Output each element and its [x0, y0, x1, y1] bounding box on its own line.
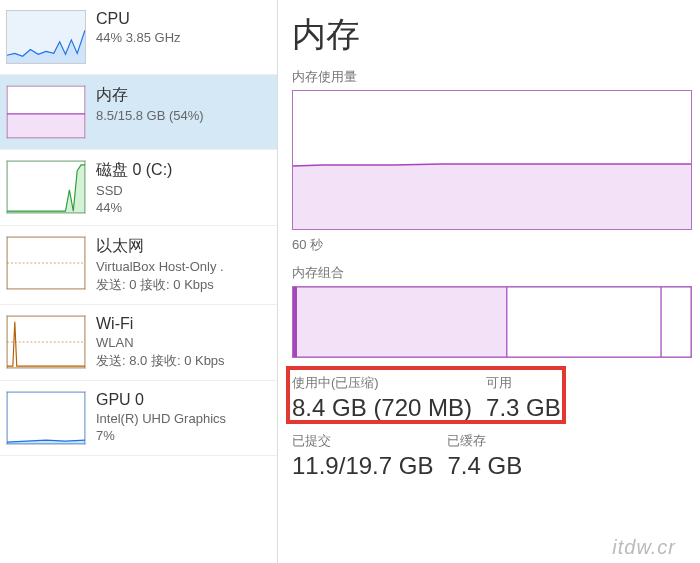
- sidebar-item-ethernet[interactable]: 以太网 VirtualBox Host-Only . 发送: 0 接收: 0 K…: [0, 226, 277, 305]
- stat-in-use-label: 使用中(已压缩): [292, 374, 472, 392]
- sidebar-item-sub2: 7%: [96, 428, 226, 443]
- gpu-thumb-icon: [6, 391, 86, 445]
- sidebar: CPU 44% 3.85 GHz 内存 8.5/15.8 GB (54%) 磁盘…: [0, 0, 278, 563]
- sidebar-item-wifi[interactable]: Wi-Fi WLAN 发送: 8.0 接收: 0 Kbps: [0, 305, 277, 381]
- sidebar-item-cpu[interactable]: CPU 44% 3.85 GHz: [0, 0, 277, 75]
- sidebar-item-title: 内存: [96, 85, 204, 106]
- svg-rect-17: [293, 287, 507, 357]
- sidebar-item-title: CPU: [96, 10, 181, 28]
- sidebar-item-sub: WLAN: [96, 335, 225, 350]
- svg-rect-18: [507, 287, 661, 357]
- stats-grid: 使用中(已压缩) 8.4 GB (720 MB) 可用 7.3 GB 速 已 外…: [292, 374, 700, 422]
- cpu-thumb-icon: [6, 10, 86, 64]
- sidebar-item-sub: 44% 3.85 GHz: [96, 30, 181, 45]
- memory-usage-chart: [292, 90, 692, 230]
- stat-committed-label: 已提交: [292, 432, 433, 450]
- stat-available-label: 可用: [486, 374, 561, 392]
- sidebar-item-sub: Intel(R) UHD Graphics: [96, 411, 226, 426]
- task-manager-performance: CPU 44% 3.85 GHz 内存 8.5/15.8 GB (54%) 磁盘…: [0, 0, 700, 563]
- stat-committed: 已提交 11.9/19.7 GB: [292, 432, 433, 480]
- memory-thumb-icon: [6, 85, 86, 139]
- sidebar-item-sub2: 44%: [96, 200, 172, 215]
- sidebar-item-title: GPU 0: [96, 391, 226, 409]
- stat-available: 可用 7.3 GB: [486, 374, 561, 422]
- sidebar-item-memory[interactable]: 内存 8.5/15.8 GB (54%): [0, 75, 277, 150]
- svg-rect-19: [661, 287, 691, 357]
- sidebar-item-body: CPU 44% 3.85 GHz: [96, 10, 181, 45]
- sidebar-item-sub2: 发送: 8.0 接收: 0 Kbps: [96, 352, 225, 370]
- sidebar-item-body: Wi-Fi WLAN 发送: 8.0 接收: 0 Kbps: [96, 315, 225, 370]
- stat-committed-value: 11.9/19.7 GB: [292, 452, 433, 480]
- combo-chart-label: 内存组合: [292, 264, 700, 282]
- stat-in-use: 使用中(已压缩) 8.4 GB (720 MB): [292, 374, 472, 422]
- page-title: 内存: [292, 12, 700, 58]
- sidebar-item-sub: SSD: [96, 183, 172, 198]
- stat-cached-value: 7.4 GB: [447, 452, 522, 480]
- sidebar-item-sub: VirtualBox Host-Only .: [96, 259, 224, 274]
- stat-in-use-value: 8.4 GB (720 MB): [292, 394, 472, 422]
- watermark: itdw.cr: [612, 536, 676, 559]
- stat-cached-label: 已缓存: [447, 432, 522, 450]
- sidebar-item-sub2: 发送: 0 接收: 0 Kbps: [96, 276, 224, 294]
- stat-cached: 已缓存 7.4 GB: [447, 432, 522, 480]
- svg-rect-20: [293, 287, 297, 357]
- stats-row-2: 已提交 11.9/19.7 GB 已缓存 7.4 GB: [292, 432, 700, 480]
- sidebar-item-disk[interactable]: 磁盘 0 (C:) SSD 44%: [0, 150, 277, 226]
- memory-composition-chart: [292, 286, 692, 358]
- sidebar-item-body: 内存 8.5/15.8 GB (54%): [96, 85, 204, 123]
- usage-chart-label: 内存使用量: [292, 68, 700, 86]
- sidebar-item-sub: 8.5/15.8 GB (54%): [96, 108, 204, 123]
- svg-rect-13: [7, 392, 85, 444]
- sidebar-item-title: 磁盘 0 (C:): [96, 160, 172, 181]
- wifi-thumb-icon: [6, 315, 86, 369]
- sidebar-item-gpu[interactable]: GPU 0 Intel(R) UHD Graphics 7%: [0, 381, 277, 456]
- sidebar-item-body: 磁盘 0 (C:) SSD 44%: [96, 160, 172, 215]
- disk-thumb-icon: [6, 160, 86, 214]
- svg-rect-2: [7, 114, 85, 138]
- sidebar-item-body: GPU 0 Intel(R) UHD Graphics 7%: [96, 391, 226, 443]
- sidebar-item-title: Wi-Fi: [96, 315, 225, 333]
- main-panel: 内存 内存使用量 60 秒 内存组合 使用中(已压缩) 8: [278, 0, 700, 563]
- sidebar-item-title: 以太网: [96, 236, 224, 257]
- time-axis-label: 60 秒: [292, 236, 700, 254]
- ethernet-thumb-icon: [6, 236, 86, 290]
- sidebar-item-body: 以太网 VirtualBox Host-Only . 发送: 0 接收: 0 K…: [96, 236, 224, 294]
- stat-available-value: 7.3 GB: [486, 394, 561, 422]
